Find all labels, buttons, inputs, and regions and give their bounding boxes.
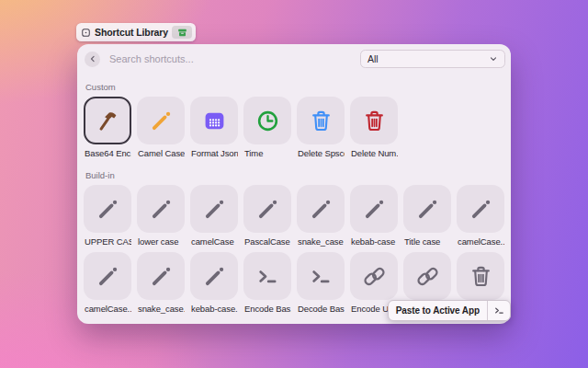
shortcut-tile[interactable] [350,185,398,233]
shortcut-tile[interactable] [457,252,504,300]
terminal-icon [309,264,334,289]
shortcut-item-kebab-case[interactable]: kebab-case... [190,252,238,314]
shortcut-tile[interactable] [297,252,345,300]
shortcut-label: kebab-case [350,236,398,247]
link-icon [362,264,387,289]
pencil-icon [96,197,120,222]
pencil-icon [469,197,493,222]
shortcut-library-window: All CustomBase64 Enc...Camel CaseFormat … [77,44,511,324]
toolbar: All [85,49,505,69]
shortcut-grid: Base64 Enc...Camel CaseFormat JsonTimeDe… [84,97,504,158]
shortcut-label: UPPER CASE [84,236,131,247]
filter-dropdown[interactable]: All [360,50,505,68]
shortcut-label: camelCase... [84,304,131,314]
calendar-icon [202,109,227,133]
shortcut-label: Camel Case [137,148,185,158]
shortcut-item-camelcase[interactable]: camelCase [190,185,238,247]
trash-icon [362,109,387,133]
archive-button[interactable] [172,26,192,39]
shortcut-item-camel-case[interactable]: Camel Case [137,97,185,158]
shortcut-tile[interactable] [84,252,131,300]
app-icon [81,28,91,38]
search-input[interactable] [107,52,295,65]
pencil-icon [255,197,280,222]
terminal-icon [493,305,505,316]
shortcut-label: Format Json [190,148,238,158]
shortcut-item-delete-spsce[interactable]: Delete Spsce [297,97,345,158]
shortcut-tile[interactable] [243,185,291,233]
shortcut-label: Base64 Enc... [84,148,131,158]
chevron-down-icon [489,54,498,63]
shortcut-label: Delete Num... [350,148,398,158]
pencil-icon [149,197,174,222]
shortcut-item-delete-num[interactable]: Delete Num... [350,97,398,158]
pencil-icon [96,264,120,289]
section-build-in: Build-inUPPER CASElower casecamelCasePas… [84,170,504,314]
shortcut-label: Title case [403,236,451,247]
shortcut-item-snake-case[interactable]: snake_case [297,185,345,247]
shortcut-tile[interactable] [84,97,131,144]
link-icon [415,264,440,289]
section-custom: CustomBase64 Enc...Camel CaseFormat Json… [84,82,504,158]
shortcut-item-camelcase[interactable]: camelCase... [457,185,504,247]
window-title-chip[interactable]: Shortcut Library [76,23,196,41]
shortcut-tile[interactable] [403,185,451,233]
pencil-icon [362,197,387,222]
paste-key [488,305,510,316]
shortcut-tile[interactable] [137,185,185,233]
shortcut-tile[interactable] [190,185,238,233]
section-title: Custom [85,82,504,92]
pencil-icon [415,197,440,222]
trash-icon [309,109,334,133]
shortcut-tile[interactable] [297,185,345,233]
shortcut-item-base64-enc[interactable]: Base64 Enc... [84,97,131,158]
archive-box-icon [177,28,187,38]
shortcut-label: snake_case [297,236,345,247]
shortcut-tile[interactable] [84,185,131,233]
pencil-icon [149,264,174,289]
sections: CustomBase64 Enc...Camel CaseFormat Json… [84,82,504,314]
shortcut-tile[interactable] [190,252,238,300]
shortcut-tile[interactable] [457,185,504,233]
back-button[interactable] [85,52,100,67]
shortcut-tile[interactable] [243,252,291,300]
shortcut-item-upper-case[interactable]: UPPER CASE [84,185,131,247]
section-title: Build-in [85,170,504,180]
shortcut-grid: UPPER CASElower casecamelCasePascalCases… [84,185,504,314]
paste-label: Paste to Active App [389,305,487,316]
shortcut-tile[interactable] [243,97,291,144]
shortcut-tile[interactable] [137,97,185,144]
shortcut-item-encode-bas[interactable]: Encode Bas... [243,252,291,314]
desktop-background: Shortcut Library All CustomBase64 Enc...… [0,0,588,368]
shortcut-label: kebab-case... [190,304,238,314]
shortcut-label: camelCase... [457,236,504,247]
shortcut-item-title-case[interactable]: Title case [403,185,451,247]
shortcut-item-decode-bas[interactable]: Decode Bas... [297,252,345,314]
shortcut-label: Decode Bas... [297,304,345,314]
shortcut-label: lower case [137,236,185,247]
shortcut-tile[interactable] [137,252,185,300]
shortcut-item-lower-case[interactable]: lower case [137,185,185,247]
shortcut-item-kebab-case[interactable]: kebab-case [350,185,398,247]
shortcut-item-time[interactable]: Time [243,97,291,158]
clock-icon [255,109,280,133]
shortcut-tile[interactable] [350,97,398,144]
shortcut-tile[interactable] [403,252,451,300]
pencil-icon [202,264,227,289]
shortcut-item-format-json[interactable]: Format Json [190,97,238,158]
trash-icon [469,264,493,289]
shortcut-tile[interactable] [350,252,398,300]
shortcut-tile[interactable] [190,97,238,144]
shortcut-label: camelCase [190,236,238,247]
pencil-icon [149,109,174,133]
window-title: Shortcut Library [95,27,168,38]
shortcut-label: Encode Bas... [243,304,291,314]
shortcut-label: Time [243,148,291,158]
paste-to-active-app-button[interactable]: Paste to Active App [388,300,511,321]
shortcut-item-snake-case[interactable]: snake_case... [137,252,185,314]
shortcut-item-camelcase[interactable]: camelCase... [84,252,131,314]
pencil-icon [309,197,334,222]
shortcut-item-pascalcase[interactable]: PascalCase [243,185,291,247]
terminal-icon [255,264,280,289]
shortcut-tile[interactable] [297,97,345,144]
